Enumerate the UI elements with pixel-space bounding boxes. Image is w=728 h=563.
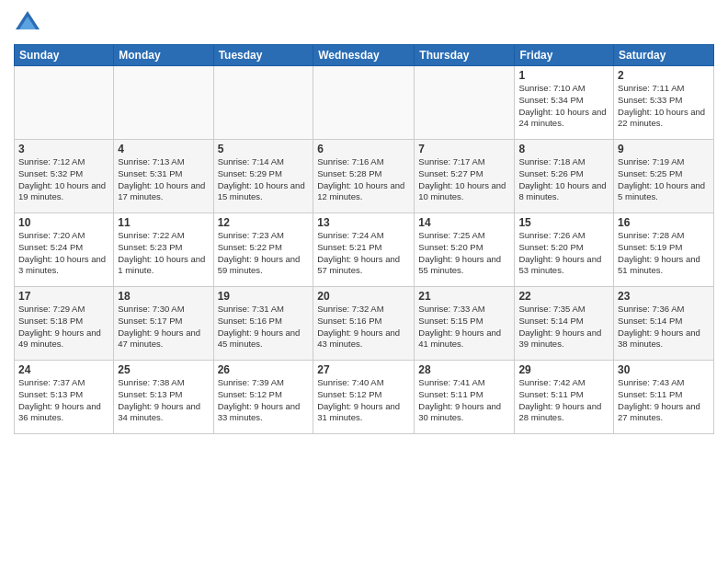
day-number: 9: [618, 143, 710, 155]
calendar-week-4: 24Sunrise: 7:37 AM Sunset: 5:13 PM Dayli…: [15, 361, 714, 434]
day-info: Sunrise: 7:33 AM Sunset: 5:15 PM Dayligh…: [418, 304, 510, 350]
day-number: 2: [618, 69, 710, 82]
calendar-header-thursday: Thursday: [415, 45, 515, 66]
calendar-table: SundayMondayTuesdayWednesdayThursdayFrid…: [14, 44, 714, 434]
calendar-cell: 17Sunrise: 7:29 AM Sunset: 5:18 PM Dayli…: [15, 287, 114, 361]
day-number: 30: [618, 363, 710, 376]
day-number: 27: [317, 363, 410, 376]
day-info: Sunrise: 7:10 AM Sunset: 5:34 PM Dayligh…: [518, 83, 609, 130]
calendar-cell: 26Sunrise: 7:39 AM Sunset: 5:12 PM Dayli…: [213, 361, 313, 434]
day-number: 25: [118, 363, 209, 376]
calendar-header-tuesday: Tuesday: [213, 45, 313, 66]
calendar-cell: 22Sunrise: 7:35 AM Sunset: 5:14 PM Dayli…: [515, 287, 614, 361]
calendar-cell: 2Sunrise: 7:11 AM Sunset: 5:33 PM Daylig…: [614, 66, 714, 140]
day-info: Sunrise: 7:36 AM Sunset: 5:14 PM Dayligh…: [618, 304, 710, 350]
calendar-header-sunday: Sunday: [15, 45, 114, 66]
day-number: 20: [317, 290, 410, 303]
calendar-cell: 11Sunrise: 7:22 AM Sunset: 5:23 PM Dayli…: [114, 213, 213, 287]
day-number: 15: [518, 216, 609, 229]
calendar-cell: 18Sunrise: 7:30 AM Sunset: 5:17 PM Dayli…: [114, 287, 213, 361]
day-number: 23: [618, 290, 710, 303]
calendar-cell: 23Sunrise: 7:36 AM Sunset: 5:14 PM Dayli…: [614, 287, 714, 361]
calendar-cell: 7Sunrise: 7:17 AM Sunset: 5:27 PM Daylig…: [415, 140, 515, 213]
calendar-cell: 13Sunrise: 7:24 AM Sunset: 5:21 PM Dayli…: [313, 213, 415, 287]
calendar-cell: 10Sunrise: 7:20 AM Sunset: 5:24 PM Dayli…: [15, 213, 114, 287]
day-number: 10: [18, 216, 109, 229]
calendar-header-wednesday: Wednesday: [313, 45, 415, 66]
calendar-cell: 28Sunrise: 7:41 AM Sunset: 5:11 PM Dayli…: [415, 361, 515, 434]
day-info: Sunrise: 7:20 AM Sunset: 5:24 PM Dayligh…: [18, 230, 109, 277]
calendar-header-monday: Monday: [114, 45, 213, 66]
day-info: Sunrise: 7:29 AM Sunset: 5:18 PM Dayligh…: [18, 304, 109, 350]
day-number: 24: [18, 363, 109, 376]
day-info: Sunrise: 7:16 AM Sunset: 5:28 PM Dayligh…: [317, 156, 410, 203]
day-number: 3: [18, 143, 109, 155]
day-number: 7: [418, 143, 510, 155]
day-info: Sunrise: 7:39 AM Sunset: 5:12 PM Dayligh…: [218, 377, 310, 424]
day-number: 19: [218, 290, 310, 303]
day-info: Sunrise: 7:35 AM Sunset: 5:14 PM Dayligh…: [518, 304, 609, 350]
day-number: 28: [418, 363, 510, 376]
calendar-cell: 14Sunrise: 7:25 AM Sunset: 5:20 PM Dayli…: [415, 213, 515, 287]
day-number: 17: [18, 290, 109, 303]
day-number: 5: [218, 143, 310, 155]
day-number: 13: [317, 216, 410, 229]
day-info: Sunrise: 7:43 AM Sunset: 5:11 PM Dayligh…: [618, 377, 710, 424]
day-info: Sunrise: 7:18 AM Sunset: 5:26 PM Dayligh…: [518, 156, 609, 203]
day-number: 6: [317, 143, 410, 155]
day-info: Sunrise: 7:17 AM Sunset: 5:27 PM Dayligh…: [418, 156, 510, 203]
day-info: Sunrise: 7:22 AM Sunset: 5:23 PM Dayligh…: [118, 230, 209, 277]
calendar-cell: 3Sunrise: 7:12 AM Sunset: 5:32 PM Daylig…: [15, 140, 114, 213]
day-number: 21: [418, 290, 510, 303]
calendar-week-2: 10Sunrise: 7:20 AM Sunset: 5:24 PM Dayli…: [15, 213, 714, 287]
day-info: Sunrise: 7:25 AM Sunset: 5:20 PM Dayligh…: [418, 230, 510, 277]
calendar-cell: 30Sunrise: 7:43 AM Sunset: 5:11 PM Dayli…: [614, 361, 714, 434]
calendar-cell: [114, 66, 213, 140]
day-info: Sunrise: 7:14 AM Sunset: 5:29 PM Dayligh…: [218, 156, 310, 203]
day-number: 22: [518, 290, 609, 303]
day-number: 8: [518, 143, 609, 155]
day-info: Sunrise: 7:31 AM Sunset: 5:16 PM Dayligh…: [218, 304, 310, 350]
calendar-cell: 15Sunrise: 7:26 AM Sunset: 5:20 PM Dayli…: [515, 213, 614, 287]
logo: [14, 9, 45, 37]
calendar-cell: 8Sunrise: 7:18 AM Sunset: 5:26 PM Daylig…: [515, 140, 614, 213]
calendar-cell: 16Sunrise: 7:28 AM Sunset: 5:19 PM Dayli…: [614, 213, 714, 287]
day-number: 11: [118, 216, 209, 229]
calendar-header-row: SundayMondayTuesdayWednesdayThursdayFrid…: [15, 45, 714, 66]
calendar-week-0: 1Sunrise: 7:10 AM Sunset: 5:34 PM Daylig…: [15, 66, 714, 140]
calendar-cell: 20Sunrise: 7:32 AM Sunset: 5:16 PM Dayli…: [313, 287, 415, 361]
day-info: Sunrise: 7:42 AM Sunset: 5:11 PM Dayligh…: [518, 377, 609, 424]
calendar-cell: 21Sunrise: 7:33 AM Sunset: 5:15 PM Dayli…: [415, 287, 515, 361]
day-number: 1: [518, 69, 609, 82]
day-info: Sunrise: 7:28 AM Sunset: 5:19 PM Dayligh…: [618, 230, 710, 277]
day-info: Sunrise: 7:38 AM Sunset: 5:13 PM Dayligh…: [118, 377, 209, 424]
calendar-cell: 9Sunrise: 7:19 AM Sunset: 5:25 PM Daylig…: [614, 140, 714, 213]
page-header: [14, 9, 714, 37]
calendar-week-1: 3Sunrise: 7:12 AM Sunset: 5:32 PM Daylig…: [15, 140, 714, 213]
calendar-cell: 12Sunrise: 7:23 AM Sunset: 5:22 PM Dayli…: [213, 213, 313, 287]
day-info: Sunrise: 7:23 AM Sunset: 5:22 PM Dayligh…: [218, 230, 310, 277]
calendar-cell: 1Sunrise: 7:10 AM Sunset: 5:34 PM Daylig…: [515, 66, 614, 140]
calendar-cell: 25Sunrise: 7:38 AM Sunset: 5:13 PM Dayli…: [114, 361, 213, 434]
day-number: 16: [618, 216, 710, 229]
calendar-cell: 4Sunrise: 7:13 AM Sunset: 5:31 PM Daylig…: [114, 140, 213, 213]
page-container: SundayMondayTuesdayWednesdayThursdayFrid…: [0, 0, 728, 439]
calendar-cell: 6Sunrise: 7:16 AM Sunset: 5:28 PM Daylig…: [313, 140, 415, 213]
calendar-cell: [415, 66, 515, 140]
day-number: 12: [218, 216, 310, 229]
calendar-cell: 5Sunrise: 7:14 AM Sunset: 5:29 PM Daylig…: [213, 140, 313, 213]
day-info: Sunrise: 7:37 AM Sunset: 5:13 PM Dayligh…: [18, 377, 109, 424]
day-info: Sunrise: 7:12 AM Sunset: 5:32 PM Dayligh…: [18, 156, 109, 203]
day-info: Sunrise: 7:30 AM Sunset: 5:17 PM Dayligh…: [118, 304, 209, 350]
day-info: Sunrise: 7:41 AM Sunset: 5:11 PM Dayligh…: [418, 377, 510, 424]
calendar-cell: 29Sunrise: 7:42 AM Sunset: 5:11 PM Dayli…: [515, 361, 614, 434]
calendar-cell: 27Sunrise: 7:40 AM Sunset: 5:12 PM Dayli…: [313, 361, 415, 434]
calendar-cell: [15, 66, 114, 140]
calendar-header-friday: Friday: [515, 45, 614, 66]
calendar-cell: [313, 66, 415, 140]
calendar-week-3: 17Sunrise: 7:29 AM Sunset: 5:18 PM Dayli…: [15, 287, 714, 361]
calendar-cell: [213, 66, 313, 140]
day-number: 26: [218, 363, 310, 376]
day-number: 4: [118, 143, 209, 155]
calendar-header-saturday: Saturday: [614, 45, 714, 66]
